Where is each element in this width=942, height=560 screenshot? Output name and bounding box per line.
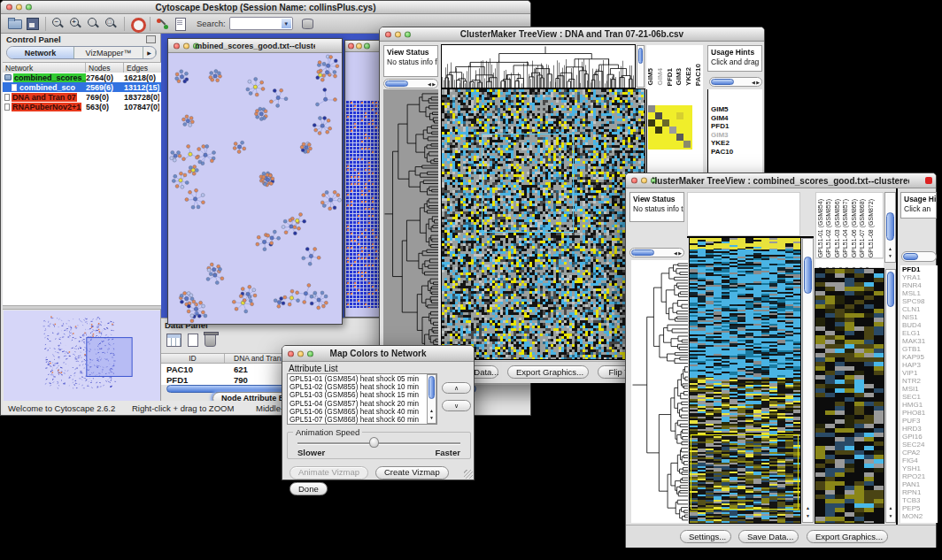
minimize-icon[interactable]	[356, 43, 362, 50]
network-list-row[interactable]: DNA and Tran 07 769(0) 183728(0)	[3, 92, 161, 102]
dna-titlebar[interactable]: ClusterMaker TreeView : DNA and Tran 07-…	[380, 27, 764, 42]
gene-label[interactable]: PAC10	[711, 148, 762, 157]
column-label[interactable]: GIM5	[646, 68, 656, 86]
scroll-thumb[interactable]	[903, 253, 918, 260]
heatmap-selection-box[interactable]	[482, 134, 574, 233]
network-overview-minimap[interactable]	[4, 311, 160, 401]
help-lifesaver-icon[interactable]	[128, 16, 146, 31]
usage-hints-scrollbar[interactable]	[709, 77, 762, 87]
gene-label[interactable]: MON2	[902, 512, 938, 520]
view-status-scrollbar[interactable]	[383, 79, 438, 88]
gene-label[interactable]: PHO81	[902, 409, 938, 417]
scroll-up-icon[interactable]	[885, 246, 895, 252]
gene-label[interactable]: HAP3	[902, 361, 938, 369]
gene-label[interactable]: VIP1	[902, 369, 938, 377]
gene-label[interactable]: PEP5	[902, 504, 938, 512]
gene-label[interactable]: BUD4	[902, 321, 938, 329]
gene-label[interactable]: RPO21	[902, 472, 938, 480]
main-titlebar[interactable]: Cytoscape Desktop (Session Name: collins…	[1, 1, 530, 14]
zoom-out-icon[interactable]: −	[50, 16, 67, 31]
column-label[interactable]: PAC10	[694, 64, 704, 86]
panel-splitter[interactable]	[3, 305, 161, 310]
export-graphics-button[interactable]: Export Graphics...	[507, 365, 589, 379]
gene-label[interactable]: CPA2	[902, 449, 938, 456]
scroll-thumb[interactable]	[711, 79, 734, 85]
gene-label[interactable]: PUF3	[902, 417, 938, 425]
label-vertical-scrollbar[interactable]	[884, 192, 896, 263]
scroll-thumb[interactable]	[804, 257, 812, 294]
delete-attribute-icon[interactable]	[205, 334, 216, 347]
gene-label[interactable]: PFD1	[711, 122, 762, 131]
attribute-list-item[interactable]: GPL51-03 (GSM856) heat shock 15 min	[290, 391, 435, 399]
network-nodes-icon[interactable]	[154, 16, 172, 31]
column-label[interactable]: PFD1	[666, 68, 676, 86]
zoom-window-icon[interactable]	[364, 43, 370, 50]
column-scrollbar[interactable]	[637, 45, 645, 88]
column-label[interactable]: GIM3	[675, 68, 684, 86]
settings-button[interactable]: Settings...	[680, 530, 731, 543]
column-label[interactable]: GPL51-07 (GSM868)	[858, 199, 866, 257]
attribute-list-item[interactable]: GPL51-06 (GSM865) heat shock 40 min	[290, 408, 435, 416]
heatmap-selection-box[interactable]	[691, 434, 799, 510]
zoom-selected-icon[interactable]	[85, 16, 103, 31]
gene-label[interactable]: HMG1	[902, 401, 938, 409]
zoom-fit-icon[interactable]: □	[103, 16, 120, 31]
gene-label[interactable]: MAK31	[902, 337, 938, 345]
dialog-button[interactable]: Animate Vizmap	[290, 466, 368, 479]
close-icon[interactable]	[348, 43, 354, 50]
gene-label[interactable]: CLN1	[902, 305, 938, 313]
gene-label[interactable]: YRA1	[902, 273, 938, 281]
move-down-button[interactable]: ∨	[442, 400, 471, 411]
usage-hints-scrollbar[interactable]	[901, 251, 937, 262]
column-label[interactable]: GPL51-06 (GSM865)	[850, 199, 858, 257]
gene-label[interactable]: MSL1	[902, 289, 938, 297]
move-up-button[interactable]: ∧	[442, 382, 471, 394]
zoom-in-icon[interactable]: +	[67, 16, 85, 31]
close-icon[interactable]	[6, 4, 12, 11]
scroll-up-icon[interactable]	[886, 505, 895, 511]
scroll-thumb[interactable]	[887, 272, 894, 307]
gene-label[interactable]: SPC98	[902, 297, 938, 305]
gene-label[interactable]: ELG1	[902, 329, 938, 337]
gene-label[interactable]: PAN1	[902, 480, 938, 488]
float-panel-icon[interactable]	[146, 35, 156, 43]
scroll-down-icon[interactable]	[885, 253, 895, 259]
gene-label[interactable]: GIM5	[711, 105, 762, 114]
column-label[interactable]: GPL51-08 (GSM872)	[867, 199, 875, 257]
gene-label[interactable]: RNR4	[902, 281, 938, 289]
scroll-down-icon[interactable]	[886, 513, 895, 519]
gene-label[interactable]: SEC24	[902, 441, 938, 449]
annotation-icon[interactable]	[172, 16, 189, 31]
gene-label[interactable]: PFD1	[902, 265, 938, 273]
scroll-thumb[interactable]	[886, 212, 894, 241]
gene-label[interactable]: YSH1	[902, 464, 938, 472]
column-dendrogram[interactable]	[442, 45, 635, 88]
gene-label[interactable]: MSI1	[902, 385, 938, 393]
open-session-icon[interactable]	[6, 16, 24, 31]
minimize-icon[interactable]	[395, 31, 401, 37]
scroll-arrows-icon[interactable]	[674, 249, 682, 257]
resize-grip[interactable]	[464, 470, 473, 479]
gene-label[interactable]: YKE2	[711, 139, 762, 148]
dense-network-grid-view[interactable]	[346, 101, 380, 308]
combined-detail-heatmap[interactable]	[815, 269, 884, 523]
background-network-window[interactable]	[344, 40, 380, 318]
gene-label[interactable]: TCB3	[902, 496, 938, 504]
tab-overflow-arrow-icon[interactable]	[143, 47, 156, 58]
gene-label[interactable]: KAP95	[902, 353, 938, 361]
gene-label[interactable]: SEC1	[902, 393, 938, 401]
row-dendrogram[interactable]	[383, 89, 438, 359]
dialog-titlebar[interactable]: Map Colors to Network	[282, 346, 474, 362]
col-id[interactable]: ID	[161, 354, 225, 363]
column-label[interactable]: GIM4	[656, 68, 666, 86]
detail-vertical-scrollbar[interactable]	[885, 269, 896, 523]
scroll-thumb[interactable]	[385, 81, 408, 87]
attribute-list-item[interactable]: GPL51-01 (GSM854) heat shock 05 min	[290, 375, 435, 383]
gene-label[interactable]: NTR2	[902, 377, 938, 385]
attribute-list-scrollbar[interactable]	[427, 374, 436, 424]
scroll-thumb[interactable]	[631, 249, 654, 256]
gene-label[interactable]: GIM3	[711, 131, 762, 140]
speed-slider-thumb[interactable]	[369, 437, 379, 448]
attribute-list-item[interactable]: GPL51-02 (GSM855) heat shock 10 min	[290, 383, 435, 391]
scroll-down-icon[interactable]	[803, 513, 813, 519]
